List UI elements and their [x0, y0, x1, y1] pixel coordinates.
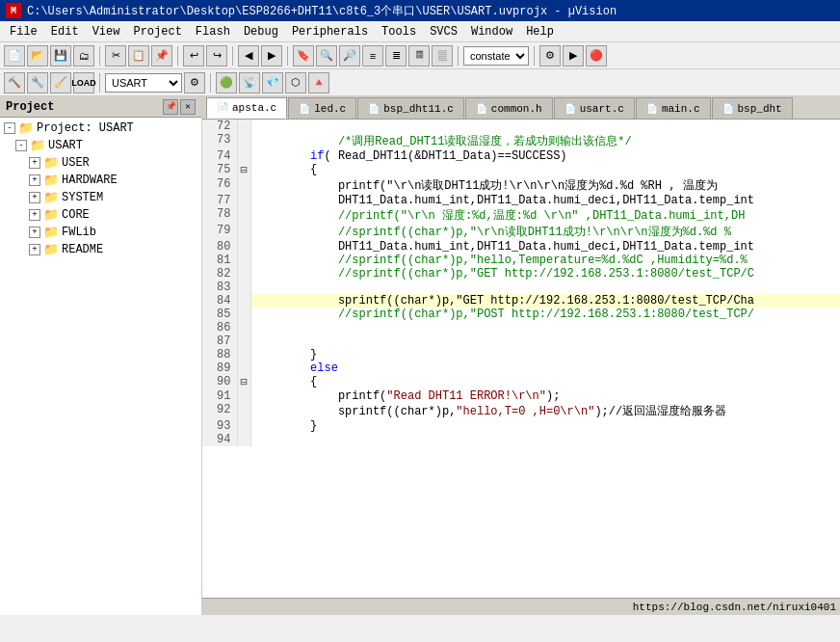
tree-item-usart[interactable]: - 📁 USART	[2, 137, 199, 154]
tree-item-readme[interactable]: + 📁 README	[2, 241, 199, 258]
tree-item-core[interactable]: + 📁 CORE	[2, 206, 199, 224]
panel-controls: 📌 ✕	[163, 99, 196, 115]
code-line: printf("\r\n读取DHT11成功!\r\n\r\n湿度为%d.%d %…	[250, 177, 840, 194]
indent-btn[interactable]: ≡	[362, 45, 383, 67]
nav-forward-btn[interactable]: ▶	[261, 45, 282, 67]
load-btn[interactable]: LOAD	[73, 72, 94, 94]
folder-user-icon: 📁	[43, 155, 59, 171]
tab-file-icon: 📄	[646, 103, 658, 115]
clean-btn[interactable]: 🧹	[50, 72, 71, 94]
menu-item-window[interactable]: Window	[465, 23, 518, 40]
expander-readme[interactable]: +	[29, 244, 40, 255]
usart-select[interactable]: USART	[105, 73, 182, 93]
code-line: else	[250, 361, 840, 375]
line-number: 72	[202, 120, 237, 133]
expander-fwlib[interactable]: +	[29, 227, 40, 238]
copy-btn[interactable]: 📋	[128, 45, 149, 67]
expander-core[interactable]: +	[29, 209, 40, 221]
fold-col[interactable]: ⊟	[237, 163, 250, 177]
code-line	[250, 334, 840, 348]
tab-label: apsta.c	[232, 102, 276, 114]
menu-item-help[interactable]: Help	[520, 23, 560, 40]
tab-file-icon: 📄	[564, 103, 576, 115]
paste-btn[interactable]: 📌	[151, 45, 172, 67]
menu-item-edit[interactable]: Edit	[45, 23, 85, 40]
expander-hardware[interactable]: +	[29, 174, 40, 186]
cut-btn[interactable]: ✂	[105, 45, 126, 67]
expander-system[interactable]: +	[29, 192, 40, 203]
sep6	[534, 46, 535, 66]
tree-item-project-root[interactable]: - 📁 Project: USART	[2, 120, 199, 137]
tab-led-c[interactable]: 📄led.c	[288, 97, 356, 119]
fold-col[interactable]: ⊟	[237, 375, 250, 389]
expander-root[interactable]: -	[4, 122, 15, 134]
save-all-btn[interactable]: 🗂	[73, 45, 94, 67]
redo-btn[interactable]: ↪	[206, 45, 227, 67]
menu-item-svcs[interactable]: SVCS	[424, 23, 463, 40]
debug4-btn[interactable]: ⬡	[285, 72, 306, 94]
debug1-btn[interactable]: 🟢	[216, 72, 237, 94]
tree-item-fwlib[interactable]: + 📁 FWLib	[2, 224, 199, 241]
uncomment-btn[interactable]: 𝄛	[432, 45, 453, 67]
code-line	[250, 120, 840, 133]
fold-col	[237, 224, 250, 240]
menu-item-peripherals[interactable]: Peripherals	[286, 23, 374, 40]
search-btn[interactable]: 🔍	[316, 45, 337, 67]
constate-select[interactable]: constate	[463, 46, 529, 66]
code-line: if( Read_DHT11(&DHT11_Data)==SUCCESS)	[250, 149, 840, 163]
rebuild-btn[interactable]: 🔧	[27, 72, 48, 94]
tree-item-system[interactable]: + 📁 SYSTEM	[2, 189, 199, 206]
menu-item-debug[interactable]: Debug	[238, 23, 284, 40]
line-number: 77	[202, 194, 237, 207]
search2-btn[interactable]: 🔎	[339, 45, 360, 67]
tab-bsp_dht11-c[interactable]: 📄bsp_dht11.c	[357, 97, 464, 119]
code-content[interactable]: 7273 /*调用Read_DHT11读取温湿度，若成功则输出该信息*/74 i…	[202, 120, 840, 598]
fold-col	[237, 308, 250, 321]
tab-usart-c[interactable]: 📄usart.c	[554, 97, 635, 119]
code-line: DHT11_Data.humi_int,DHT11_Data.humi_deci…	[250, 240, 840, 254]
run-btn[interactable]: ▶	[563, 45, 584, 67]
menu-item-tools[interactable]: Tools	[376, 23, 422, 40]
debug3-btn[interactable]: 💎	[262, 72, 283, 94]
tab-main-c[interactable]: 📄main.c	[636, 97, 711, 119]
config-btn[interactable]: ⚙	[184, 72, 205, 94]
tree-item-hardware[interactable]: + 📁 HARDWARE	[2, 172, 199, 189]
tab-common-h[interactable]: 📄common.h	[465, 97, 553, 119]
panel-close-icon[interactable]: ✕	[180, 99, 196, 115]
build-btn[interactable]: 🔨	[4, 72, 25, 94]
menu-item-file[interactable]: File	[4, 23, 43, 40]
save-btn[interactable]: 💾	[50, 45, 71, 67]
code-line: //sprintf((char*)p,"POST http://192.168.…	[250, 308, 840, 321]
line-number: 76	[202, 177, 237, 194]
debug2-btn[interactable]: 📡	[239, 72, 260, 94]
code-line	[250, 433, 840, 446]
indent2-btn[interactable]: ≣	[385, 45, 407, 67]
expander-user[interactable]: +	[29, 157, 40, 169]
code-line: //printf("\r\n 湿度:%d,温度:%d \r\n" ,DHT11_…	[250, 207, 840, 224]
menu-item-view[interactable]: View	[87, 23, 126, 40]
open-btn[interactable]: 📂	[27, 45, 48, 67]
comment-btn[interactable]: 𝄜	[408, 45, 430, 67]
expander-usart[interactable]: -	[15, 140, 27, 151]
tree-item-user[interactable]: + 📁 USER	[2, 154, 199, 172]
undo-btn[interactable]: ↩	[183, 45, 204, 67]
folder-readme-icon: 📁	[43, 242, 59, 257]
app-icon: M	[6, 3, 21, 18]
stop-btn[interactable]: 🔴	[586, 45, 607, 67]
tab-label: bsp_dht	[738, 103, 782, 115]
line-number: 94	[202, 433, 237, 446]
nav-back-btn[interactable]: ◀	[238, 45, 259, 67]
line-number: 93	[202, 419, 237, 433]
menu-item-flash[interactable]: Flash	[190, 23, 236, 40]
tab-bsp_dht[interactable]: 📄bsp_dht	[712, 97, 793, 119]
new-btn[interactable]: 📄	[4, 45, 25, 67]
panel-pin-icon[interactable]: 📌	[163, 99, 178, 115]
line-number: 90	[202, 375, 237, 389]
sep3	[232, 46, 233, 66]
bookmark-btn[interactable]: 🔖	[293, 45, 314, 67]
fold-col	[237, 403, 250, 419]
debug5-btn[interactable]: 🔺	[308, 72, 329, 94]
tab-apsta-c[interactable]: 📄apsta.c	[206, 97, 287, 119]
option-btn[interactable]: ⚙	[539, 45, 561, 67]
menu-item-project[interactable]: Project	[127, 23, 187, 40]
